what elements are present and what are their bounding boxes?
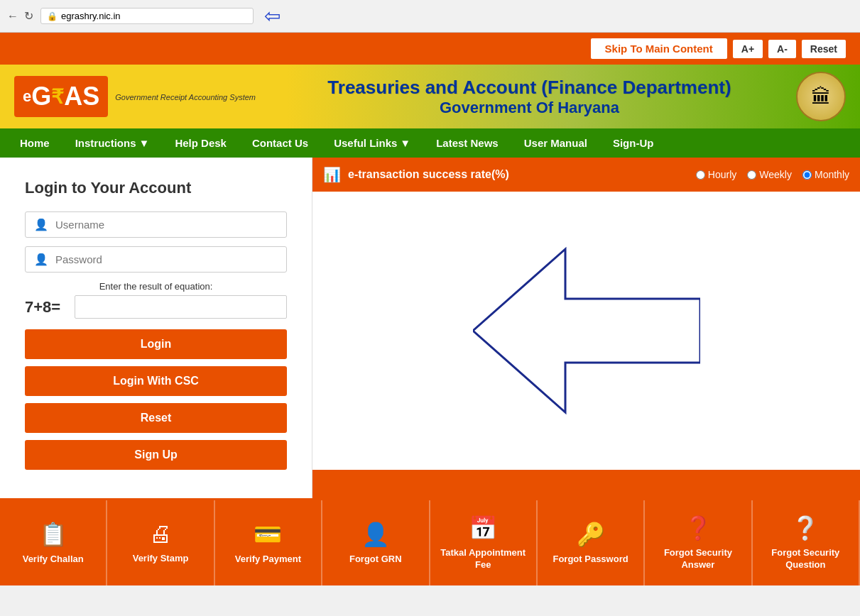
chart-bar-icon: 📊 bbox=[323, 166, 341, 183]
captcha-label: Enter the result of equation: bbox=[25, 281, 287, 292]
arrow-annotation bbox=[473, 242, 700, 419]
reset-font-button[interactable]: Reset bbox=[802, 40, 846, 58]
chart-footer bbox=[312, 470, 860, 498]
tile-verify-payment[interactable]: 💳 Verify Payment bbox=[215, 500, 322, 585]
nav-signup[interactable]: Sign-Up bbox=[600, 128, 667, 158]
font-decrease-button[interactable]: A- bbox=[768, 40, 796, 58]
tile-tatkal[interactable]: 📅 Tatkal Appointment Fee bbox=[430, 500, 538, 585]
arrow-pointer: ⇦ bbox=[264, 4, 281, 28]
password-input-group: 👤 bbox=[25, 246, 287, 273]
login-title: Login to Your Account bbox=[25, 179, 287, 197]
password-input[interactable] bbox=[55, 253, 278, 265]
username-input[interactable] bbox=[55, 219, 278, 231]
logo-text: Government Receipt Accounting System bbox=[115, 92, 256, 101]
back-button[interactable]: ← bbox=[7, 9, 18, 23]
forgot-security-question-icon: ❔ bbox=[791, 515, 820, 541]
user-icon: 👤 bbox=[34, 218, 48, 231]
reset-button[interactable]: Reset bbox=[25, 403, 287, 433]
tile-forgot-security-answer[interactable]: ❓ Forgot Security Answer bbox=[645, 500, 752, 585]
svg-marker-0 bbox=[473, 249, 700, 412]
radio-weekly[interactable] bbox=[747, 170, 756, 180]
option-weekly[interactable]: Weekly bbox=[747, 169, 792, 180]
verify-challan-icon: 📋 bbox=[39, 521, 67, 548]
tile-forgot-grn-label: Forgot GRN bbox=[349, 554, 402, 566]
tile-forgot-password[interactable]: 🔑 Forgot Password bbox=[538, 500, 645, 585]
logo-e: e bbox=[23, 87, 31, 106]
tile-forgot-security-question-label: Forgot Security Question bbox=[758, 547, 853, 571]
url-text: egrashry.nic.in bbox=[61, 11, 121, 21]
radio-monthly[interactable] bbox=[802, 170, 812, 180]
monthly-label: Monthly bbox=[815, 169, 849, 180]
tile-forgot-security-question[interactable]: ❔ Forgot Security Question bbox=[753, 500, 860, 585]
nav-helpdesk[interactable]: Help Desk bbox=[162, 128, 239, 158]
signup-button[interactable]: Sign Up bbox=[25, 440, 287, 470]
nav-user-manual[interactable]: User Manual bbox=[511, 128, 600, 158]
forgot-password-icon: 🔑 bbox=[577, 521, 605, 548]
lock-icon: 🔒 bbox=[47, 11, 58, 21]
nav-instructions[interactable]: Instructions ▼ bbox=[62, 128, 163, 158]
chart-header: 📊 e-transaction success rate(%) Hourly W… bbox=[312, 158, 860, 192]
address-bar[interactable]: 🔒 egrashry.nic.in bbox=[40, 8, 254, 24]
font-increase-button[interactable]: A+ bbox=[733, 40, 763, 58]
tile-forgot-password-label: Forgot Password bbox=[553, 554, 628, 566]
captcha-input[interactable] bbox=[75, 295, 287, 319]
main-navbar: Home Instructions ▼ Help Desk Contact Us… bbox=[0, 128, 860, 158]
bottom-tiles: 📋 Verify Challan 🖨 Verify Stamp 💳 Verify… bbox=[0, 498, 860, 585]
username-input-group: 👤 bbox=[25, 211, 287, 238]
main-content: Login to Your Account 👤 👤 Enter the resu… bbox=[0, 158, 860, 498]
browser-nav: ← ↻ bbox=[7, 9, 33, 23]
forgot-security-answer-icon: ❓ bbox=[684, 515, 712, 541]
instructions-dropdown-icon: ▼ bbox=[139, 137, 150, 149]
password-icon: 👤 bbox=[34, 253, 48, 266]
captcha-section: Enter the result of equation: 7+8= bbox=[25, 281, 287, 319]
browser-chrome: ← ↻ 🔒 egrashry.nic.in ⇦ bbox=[0, 0, 860, 33]
login-panel: Login to Your Account 👤 👤 Enter the resu… bbox=[0, 158, 312, 498]
chart-title-area: 📊 e-transaction success rate(%) bbox=[323, 166, 509, 183]
login-button[interactable]: Login bbox=[25, 329, 287, 359]
nav-contact[interactable]: Contact Us bbox=[239, 128, 321, 158]
refresh-button[interactable]: ↻ bbox=[24, 9, 33, 23]
weekly-label: Weekly bbox=[759, 169, 792, 180]
useful-links-dropdown-icon: ▼ bbox=[400, 137, 410, 149]
tile-tatkal-label: Tatkal Appointment Fee bbox=[436, 547, 530, 571]
skip-to-main-button[interactable]: Skip To Main Content bbox=[591, 38, 727, 59]
hourly-label: Hourly bbox=[708, 169, 736, 180]
login-csc-button[interactable]: Login With CSC bbox=[25, 366, 287, 396]
logo-area: e G ₹ AS Government Receipt Accounting S… bbox=[14, 76, 256, 117]
site-header: e G ₹ AS Government Receipt Accounting S… bbox=[0, 65, 860, 128]
tile-forgot-grn[interactable]: 👤 Forgot GRN bbox=[322, 500, 430, 585]
captcha-equation: 7+8= bbox=[25, 298, 67, 317]
chart-panel: 📊 e-transaction success rate(%) Hourly W… bbox=[312, 158, 860, 498]
logo-as: AS bbox=[64, 82, 99, 111]
egras-logo: e G ₹ AS bbox=[14, 76, 108, 117]
header-title-line1: Treasuries and Account (Finance Departme… bbox=[263, 77, 796, 99]
option-hourly[interactable]: Hourly bbox=[696, 169, 736, 180]
tile-verify-challan-label: Verify Challan bbox=[23, 554, 84, 566]
chart-options: Hourly Weekly Monthly bbox=[696, 169, 849, 180]
tile-verify-stamp-label: Verify Stamp bbox=[133, 553, 189, 565]
header-title: Treasuries and Account (Finance Departme… bbox=[263, 77, 796, 117]
forgot-grn-icon: 👤 bbox=[361, 521, 390, 548]
radio-hourly[interactable] bbox=[696, 170, 705, 180]
tile-verify-challan[interactable]: 📋 Verify Challan bbox=[0, 500, 107, 585]
nav-home[interactable]: Home bbox=[7, 128, 62, 158]
chart-body bbox=[312, 192, 860, 470]
accessibility-bar: Skip To Main Content A+ A- Reset bbox=[0, 33, 860, 65]
logo-rupee: ₹ bbox=[51, 85, 64, 109]
verify-payment-icon: 💳 bbox=[254, 521, 282, 548]
tile-verify-payment-label: Verify Payment bbox=[235, 554, 301, 566]
tatkal-icon: 📅 bbox=[469, 515, 497, 541]
tile-verify-stamp[interactable]: 🖨 Verify Stamp bbox=[107, 500, 214, 585]
logo-subtitle: Government Receipt Accounting System bbox=[115, 93, 256, 101]
header-title-line2: Government Of Haryana bbox=[263, 99, 796, 117]
tile-forgot-security-answer-label: Forgot Security Answer bbox=[651, 547, 745, 571]
captcha-row: 7+8= bbox=[25, 295, 287, 319]
nav-latest-news[interactable]: Latest News bbox=[423, 128, 511, 158]
option-monthly[interactable]: Monthly bbox=[802, 169, 849, 180]
state-emblem: 🏛 bbox=[796, 72, 846, 121]
nav-useful-links[interactable]: Useful Links ▼ bbox=[321, 128, 423, 158]
verify-stamp-icon: 🖨 bbox=[149, 521, 172, 547]
chart-title: e-transaction success rate(%) bbox=[348, 168, 509, 181]
logo-g: G bbox=[31, 82, 51, 111]
